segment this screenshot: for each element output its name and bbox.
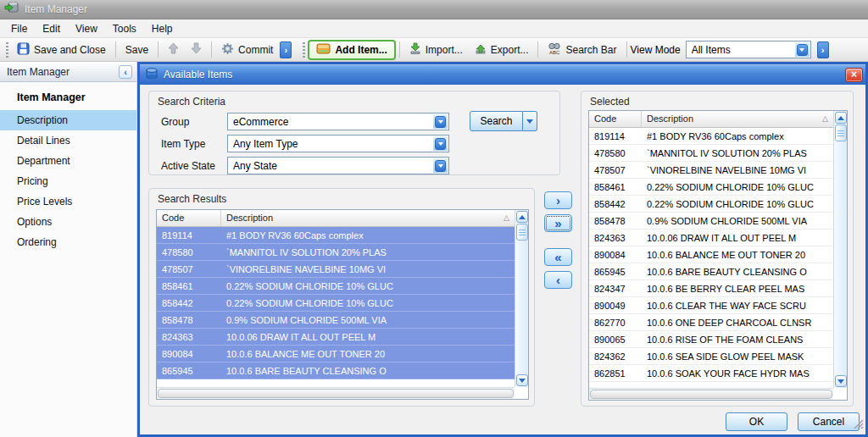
vertical-scrollbar[interactable] xyxy=(515,210,528,387)
column-header-code[interactable]: Code xyxy=(589,111,642,127)
cell-code: 478507 xyxy=(589,165,642,175)
group-value: eCommerce xyxy=(228,113,448,130)
view-mode-label: View Mode xyxy=(631,44,681,56)
group-combobox[interactable]: eCommerce xyxy=(227,113,449,130)
scrollbar-thumb[interactable] xyxy=(158,389,514,398)
table-row[interactable]: 82436310.0.06 DRAW IT ALL OUT PEEL M xyxy=(157,329,515,346)
import-button[interactable]: Import... xyxy=(403,40,469,59)
save-and-close-button[interactable]: Save and Close xyxy=(11,40,112,60)
sidebar-item[interactable]: Pricing xyxy=(0,171,136,191)
table-row[interactable]: 8584780.9% SODIUM CHLORIDE 500ML VIA xyxy=(589,213,833,230)
move-right-button[interactable]: › xyxy=(544,191,572,209)
horizontal-scrollbar[interactable] xyxy=(157,387,515,399)
scroll-up-button[interactable] xyxy=(516,211,528,223)
toolbar-separator xyxy=(399,41,400,58)
sidebar-item[interactable]: Department xyxy=(0,151,136,171)
combo-dropdown-button[interactable] xyxy=(433,158,448,173)
dialog-icon xyxy=(145,67,159,82)
column-header-description[interactable]: Description △ xyxy=(642,111,833,127)
sidebar-item[interactable]: Ordering xyxy=(0,232,136,252)
combo-dropdown-button[interactable] xyxy=(795,42,810,57)
sidebar-item[interactable]: Price Levels xyxy=(0,191,136,212)
toolbar-grip[interactable] xyxy=(303,42,305,58)
table-row[interactable]: 89006510.0.6 RISE OF THE FOAM CLEANS xyxy=(589,331,833,348)
cell-description: `VINORELBINE NAVELBINE 10MG VI xyxy=(221,264,515,274)
search-button[interactable]: Search xyxy=(470,111,523,131)
move-left-button[interactable]: ‹ xyxy=(544,271,572,289)
table-row[interactable]: 86594510.0.6 BARE BEAUTY CLEANSING O xyxy=(589,263,833,280)
search-dropdown-button[interactable] xyxy=(523,111,537,131)
combo-dropdown-button[interactable] xyxy=(433,114,448,129)
close-button[interactable]: × xyxy=(845,68,863,82)
add-item-label: Add Item... xyxy=(335,44,387,56)
move-up-button[interactable] xyxy=(162,40,185,59)
table-row[interactable]: 478580`MANNITOL IV SOLUTION 20% PLAS xyxy=(589,145,833,162)
item-type-combobox[interactable]: Any Item Type xyxy=(227,135,449,152)
table-header: Code Description △ xyxy=(157,210,515,227)
table-row[interactable]: 8584420.22% SODIUM CHLORIDE 10% GLUC xyxy=(157,295,515,312)
scrollbar-thumb[interactable] xyxy=(590,390,832,399)
table-row[interactable]: 8584610.22% SODIUM CHLORIDE 10% GLUC xyxy=(589,179,833,196)
sidebar-header-label: Item Manager xyxy=(7,66,70,78)
sidebar-item[interactable]: Detail Lines xyxy=(0,130,136,151)
menu-item[interactable]: File xyxy=(3,20,35,37)
resize-grip[interactable] xyxy=(854,418,864,433)
column-header-code[interactable]: Code xyxy=(157,210,221,226)
menu-item[interactable]: View xyxy=(68,20,105,37)
commit-dropdown-button[interactable]: › xyxy=(280,41,292,58)
scrollbar-thumb[interactable] xyxy=(516,224,528,241)
active-state-combobox[interactable]: Any State xyxy=(227,157,449,174)
table-row[interactable]: 82436210.0.6 SEA SIDE GLOW PEEL MASK xyxy=(589,348,833,365)
table-row[interactable]: 86277010.0.6 ONE DEEP CHARCOAL CLNSR xyxy=(589,314,833,331)
chevron-right-icon: › xyxy=(556,194,560,207)
table-row[interactable]: 86285110.0.6 SOAK YOUR FACE HYDR MAS xyxy=(589,365,833,382)
sidebar-item[interactable]: Options xyxy=(0,212,136,232)
vertical-scrollbar[interactable] xyxy=(833,111,847,388)
selected-group: Selected Code Description △ 819114#1 BOD… xyxy=(581,91,854,407)
table-row[interactable]: 819114#1 BODY RV36 60Caps complex xyxy=(157,227,515,244)
table-row[interactable]: 478507`VINORELBINE NAVELBINE 10MG VI xyxy=(157,261,515,278)
menu-item[interactable]: Tools xyxy=(105,20,144,37)
scrollbar-thumb[interactable] xyxy=(835,124,847,141)
table-row[interactable]: 8584780.9% SODIUM CHLORIDE 500ML VIA xyxy=(157,312,515,329)
search-bar-button[interactable]: ABC Search Bar xyxy=(542,40,622,60)
table-row[interactable]: 478580`MANNITOL IV SOLUTION 20% PLAS xyxy=(157,244,515,261)
column-header-description[interactable]: Description △ xyxy=(221,210,515,226)
add-item-button[interactable]: Add Item... xyxy=(308,40,395,60)
table-row[interactable]: 89008410.0.6 BALANCE ME OUT TONER 20 xyxy=(157,346,515,362)
sidebar-collapse-button[interactable]: ‹ xyxy=(119,65,132,79)
move-down-button[interactable] xyxy=(185,40,208,59)
scroll-down-button[interactable] xyxy=(516,374,528,386)
table-row[interactable]: 478507`VINORELBINE NAVELBINE 10MG VI xyxy=(589,162,833,179)
toolbar-grip[interactable] xyxy=(6,42,8,58)
table-row[interactable]: 8584420.22% SODIUM CHLORIDE 10% GLUC xyxy=(589,196,833,213)
menu-item[interactable]: Edit xyxy=(35,20,68,37)
horizontal-scrollbar[interactable] xyxy=(589,388,833,400)
toolbar-overflow-button[interactable]: › xyxy=(817,41,829,58)
ok-button[interactable]: OK xyxy=(726,412,787,431)
menu-item[interactable]: Help xyxy=(144,20,181,37)
sidebar-item[interactable]: Description xyxy=(0,110,136,130)
scroll-up-button[interactable] xyxy=(835,112,847,124)
move-all-right-button[interactable]: » xyxy=(544,214,572,232)
table-row[interactable]: 82434710.0.6 BE BERRY CLEAR PEEL MAS xyxy=(589,280,833,297)
cell-description: 10.0.6 SEA SIDE GLOW PEEL MASK xyxy=(642,351,833,362)
table-row[interactable]: 819114#1 BODY RV36 60Caps complex xyxy=(589,128,833,145)
export-button[interactable]: Export... xyxy=(469,40,535,59)
table-row[interactable]: 8584610.22% SODIUM CHLORIDE 10% GLUC xyxy=(157,278,515,295)
combo-dropdown-button[interactable] xyxy=(433,136,448,151)
move-all-left-button[interactable]: « xyxy=(544,248,572,266)
save-button[interactable]: Save xyxy=(120,41,154,58)
table-row[interactable]: 89008410.0.6 BALANCE ME OUT TONER 20 xyxy=(589,246,833,263)
table-row[interactable]: 89004910.0.6 CLEAR THE WAY FACE SCRU xyxy=(589,297,833,314)
table-row[interactable]: 82436310.0.06 DRAW IT ALL OUT PEEL M xyxy=(589,230,833,246)
available-items-dialog: Available Items × Search Criteria Group … xyxy=(137,62,868,437)
commit-button[interactable]: Commit xyxy=(215,40,279,60)
main-toolbar: Save and Close Save Co xyxy=(0,38,868,62)
table-row[interactable]: 86594510.0.6 BARE BEAUTY CLEANSING O xyxy=(157,362,515,379)
cancel-button[interactable]: Cancel xyxy=(798,412,860,431)
scroll-down-button[interactable] xyxy=(835,375,847,387)
view-mode-combobox[interactable]: All Items xyxy=(686,41,811,58)
sidebar-nav: DescriptionDetail LinesDepartmentPricing… xyxy=(0,110,136,252)
cell-description: 10.0.6 BE BERRY CLEAR PEEL MAS xyxy=(642,284,833,294)
